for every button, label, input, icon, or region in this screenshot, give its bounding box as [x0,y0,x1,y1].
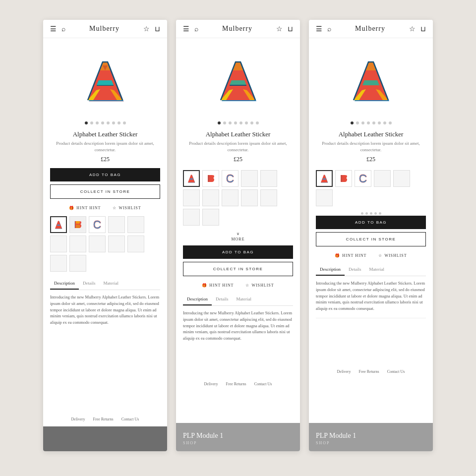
wishlist-btn-3[interactable]: ☆ WISHLIST [378,253,407,258]
dot-6[interactable] [112,121,115,124]
variant-empty-8[interactable] [50,255,67,272]
variant-empty-6[interactable] [108,236,125,252]
variant-empty-3[interactable] [50,236,67,252]
dot-1-active[interactable] [85,121,88,124]
dot2-3[interactable] [229,121,232,124]
variant-empty-5[interactable] [89,236,106,252]
dot3-6[interactable] [378,121,381,124]
add-to-bag-btn-1[interactable]: ADD TO BAG [50,168,160,181]
collect-in-store-btn-1[interactable]: COLLECT IN STORE [50,184,160,199]
variant3-b[interactable] [335,170,352,187]
dot3-1-active[interactable] [351,121,354,124]
variant2-empty-2[interactable] [260,170,277,187]
delivery-link-2[interactable]: Delivery [204,382,218,386]
variant2-empty-1[interactable] [241,170,258,187]
returns-link-2[interactable]: Free Returns [226,382,246,386]
add-to-bag-btn-3[interactable]: ADD TO BAG [316,216,426,229]
dot-3[interactable] [96,121,99,124]
dot3-4[interactable] [367,121,370,124]
variant2-empty-6[interactable] [241,189,258,206]
tab-material-2[interactable]: Material [233,294,256,305]
dot3-5[interactable] [372,121,375,124]
bag-icon-3[interactable]: ⊔ [420,25,426,32]
hamburger-icon-3[interactable]: ☰ [316,25,322,32]
hint-hint-btn-1[interactable]: 🎁 HINT HINT [69,206,101,210]
dot-2[interactable] [90,121,93,124]
search-icon-3[interactable]: ⌕ [327,25,331,32]
tab-material-3[interactable]: Material [365,264,389,276]
wishlist-btn-2[interactable]: ☆ WISHLIST [245,283,274,288]
variant-empty-4[interactable] [69,236,86,252]
search-icon-1[interactable]: ⌕ [61,25,65,32]
tab-description-1[interactable]: Description [50,278,79,290]
vdot-4[interactable] [374,212,377,215]
wishlist-icon-3[interactable]: ☆ [409,25,416,32]
tab-details-2[interactable]: Details [212,294,233,305]
search-icon-2[interactable]: ⌕ [194,25,198,32]
tab-description-2[interactable]: Description [183,294,212,305]
contact-link-2[interactable]: Contact Us [254,382,272,386]
vdot-2[interactable] [365,212,368,215]
more-button-2[interactable]: ∨ MORE [176,230,300,245]
variant-c-1[interactable] [89,216,106,233]
returns-link-1[interactable]: Free Returns [93,417,114,421]
collect-in-store-btn-3[interactable]: COLLECT IN STORE [316,232,426,246]
variant-b-1[interactable] [69,216,86,233]
variant2-empty-7[interactable] [260,189,277,206]
variant2-empty-4[interactable] [202,189,219,206]
hamburger-icon-1[interactable]: ☰ [50,25,57,32]
hint-hint-btn-2[interactable]: 🎁 HINT HINT [202,283,234,288]
variant2-empty-8[interactable] [183,209,200,226]
dot2-4[interactable] [234,121,237,124]
vdot-1[interactable] [361,212,363,215]
variant3-a[interactable] [316,170,333,187]
vdot-3[interactable] [370,212,372,215]
dot2-7[interactable] [250,121,253,124]
dot3-2[interactable] [356,121,359,124]
dot3-7[interactable] [383,121,386,124]
dot2-8[interactable] [256,121,259,124]
wishlist-icon-1[interactable]: ☆ [143,25,150,32]
delivery-link-3[interactable]: Delivery [337,369,351,374]
variant-empty-7[interactable] [127,236,144,252]
variant3-c[interactable] [355,170,371,187]
variant2-empty-3[interactable] [183,189,200,206]
variant2-empty-9[interactable] [202,209,219,226]
variant2-a[interactable] [183,170,200,187]
add-to-bag-btn-2[interactable]: ADD TO BAG [183,245,293,259]
dot-4[interactable] [101,121,104,124]
variant3-empty-2[interactable] [393,170,410,187]
variant2-empty-5[interactable] [222,189,238,206]
dot2-6[interactable] [245,121,248,124]
contact-link-1[interactable]: Contact Us [121,417,139,421]
tab-material-1[interactable]: Material [100,278,123,290]
tab-description-3[interactable]: Description [316,264,345,276]
dot3-8[interactable] [389,121,392,124]
hamburger-icon-2[interactable]: ☰ [183,25,189,32]
wishlist-icon-2[interactable]: ☆ [276,25,283,32]
bag-icon-1[interactable]: ⊔ [155,25,160,32]
wishlist-btn-1[interactable]: ☆ WISHLIST [113,206,141,210]
dot2-1-active[interactable] [218,121,221,124]
dot-7[interactable] [118,121,120,124]
tab-details-3[interactable]: Details [345,264,365,276]
delivery-link-1[interactable]: Delivery [71,417,85,421]
variant2-c[interactable] [222,170,238,187]
dot-8[interactable] [123,121,126,124]
variant-empty-9[interactable] [69,255,86,272]
variant-empty-2[interactable] [127,216,144,233]
variant-a-1[interactable] [50,216,67,233]
variant2-b[interactable] [202,170,219,187]
dot3-3[interactable] [361,121,364,124]
variant-empty-1[interactable] [108,216,125,233]
bag-icon-2[interactable]: ⊔ [288,25,293,32]
contact-link-3[interactable]: Contact Us [387,369,405,374]
hint-hint-btn-3[interactable]: 🎁 HINT HINT [335,253,366,258]
dot2-2[interactable] [223,121,226,124]
variant3-empty-1[interactable] [374,170,391,187]
dot-5[interactable] [107,121,110,124]
tab-details-1[interactable]: Details [79,278,100,290]
dot2-5[interactable] [239,121,242,124]
collect-in-store-btn-2[interactable]: COLLECT IN STORE [183,262,293,276]
vdot-5[interactable] [379,212,381,215]
